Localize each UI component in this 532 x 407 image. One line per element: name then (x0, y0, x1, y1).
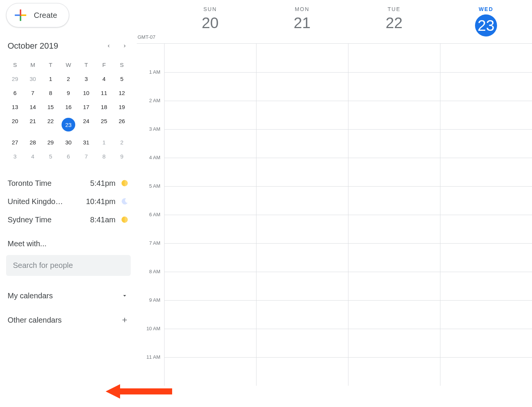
calendar-cell[interactable] (164, 272, 256, 300)
mini-day[interactable]: 4 (95, 72, 113, 86)
calendar-cell[interactable] (256, 215, 348, 243)
next-month-button[interactable] (120, 41, 129, 51)
calendar-cell[interactable] (440, 243, 532, 272)
calendar-cell[interactable] (440, 357, 532, 386)
mini-day[interactable]: 23 (60, 114, 78, 135)
mini-day[interactable]: 1 (95, 135, 113, 149)
calendar-cell[interactable] (348, 272, 440, 300)
calendar-cell[interactable] (164, 300, 256, 329)
calendar-cell[interactable] (256, 101, 348, 129)
calendar-cell[interactable] (440, 186, 532, 215)
calendar-cell[interactable] (164, 101, 256, 129)
calendar-cell[interactable] (256, 44, 348, 72)
mini-day[interactable]: 7 (24, 86, 42, 100)
calendar-cell[interactable] (348, 329, 440, 357)
calendar-cell[interactable] (440, 72, 532, 101)
calendar-cell[interactable] (348, 243, 440, 272)
hour-grid[interactable]: 1 AM2 AM3 AM4 AM5 AM6 AM7 AM8 AM9 AM10 A… (137, 44, 532, 386)
mini-day[interactable]: 25 (95, 114, 113, 135)
mini-day[interactable]: 7 (77, 149, 95, 163)
mini-day[interactable]: 29 (6, 72, 24, 86)
mini-day[interactable]: 8 (42, 86, 60, 100)
calendar-cell[interactable] (440, 44, 532, 72)
calendar-cell[interactable] (348, 44, 440, 72)
mini-day[interactable]: 24 (77, 114, 95, 135)
mini-day[interactable]: 12 (113, 86, 131, 100)
mini-day[interactable]: 17 (77, 100, 95, 114)
calendar-cell[interactable] (440, 272, 532, 300)
mini-day[interactable]: 8 (95, 149, 113, 163)
calendar-cell[interactable] (440, 329, 532, 357)
calendar-cell[interactable] (348, 158, 440, 186)
day-column-header[interactable]: WED23 (440, 0, 532, 43)
calendar-cell[interactable] (440, 129, 532, 158)
calendar-cell[interactable] (256, 186, 348, 215)
mini-day[interactable]: 27 (6, 135, 24, 149)
mini-day[interactable]: 3 (77, 72, 95, 86)
calendar-cell[interactable] (164, 329, 256, 357)
calendar-cell[interactable] (256, 243, 348, 272)
calendar-cell[interactable] (164, 243, 256, 272)
day-column-header[interactable]: TUE22 (348, 0, 440, 43)
mini-day[interactable]: 29 (42, 135, 60, 149)
mini-day[interactable]: 9 (113, 149, 131, 163)
mini-day[interactable]: 4 (24, 149, 42, 163)
mini-day[interactable]: 2 (60, 72, 78, 86)
mini-day[interactable]: 3 (6, 149, 24, 163)
search-people-input[interactable]: Search for people (6, 255, 131, 276)
calendar-cell[interactable] (164, 158, 256, 186)
create-button[interactable]: Create (6, 3, 69, 27)
calendar-cell[interactable] (164, 186, 256, 215)
mini-day[interactable]: 22 (42, 114, 60, 135)
mini-day[interactable]: 18 (95, 100, 113, 114)
mini-day[interactable]: 13 (6, 100, 24, 114)
world-clock-row[interactable]: United Kingdo…10:41pm (8, 192, 129, 211)
mini-day[interactable]: 26 (113, 114, 131, 135)
calendar-cell[interactable] (348, 357, 440, 386)
calendar-cell[interactable] (164, 44, 256, 72)
mini-day[interactable]: 6 (6, 86, 24, 100)
world-clock-row[interactable]: Toronto Time5:41pm (8, 174, 129, 192)
day-column-header[interactable]: SUN20 (164, 0, 256, 43)
calendar-cell[interactable] (256, 300, 348, 329)
calendar-cell[interactable] (164, 357, 256, 386)
mini-day[interactable]: 28 (24, 135, 42, 149)
other-calendars-section[interactable]: Other calendars (6, 315, 131, 325)
mini-day[interactable]: 11 (95, 86, 113, 100)
calendar-cell[interactable] (440, 101, 532, 129)
calendar-cell[interactable] (440, 158, 532, 186)
calendar-cell[interactable] (256, 158, 348, 186)
calendar-cell[interactable] (348, 101, 440, 129)
calendar-cell[interactable] (256, 72, 348, 101)
calendar-cell[interactable] (256, 329, 348, 357)
calendar-cell[interactable] (440, 215, 532, 243)
calendar-cell[interactable] (164, 129, 256, 158)
day-column-header[interactable]: MON21 (256, 0, 348, 43)
mini-day[interactable]: 5 (113, 72, 131, 86)
calendar-cell[interactable] (164, 72, 256, 101)
world-clock-row[interactable]: Sydney Time8:41am (8, 211, 129, 229)
mini-day[interactable]: 16 (60, 100, 78, 114)
calendar-cell[interactable] (348, 129, 440, 158)
calendar-cell[interactable] (256, 272, 348, 300)
add-other-calendar-button[interactable] (120, 315, 129, 325)
calendar-cell[interactable] (348, 186, 440, 215)
mini-day[interactable]: 31 (77, 135, 95, 149)
calendar-cell[interactable] (348, 72, 440, 101)
mini-day[interactable]: 30 (60, 135, 78, 149)
mini-day[interactable]: 21 (24, 114, 42, 135)
calendar-cell[interactable] (164, 215, 256, 243)
mini-day[interactable]: 14 (24, 100, 42, 114)
mini-day[interactable]: 19 (113, 100, 131, 114)
mini-day[interactable]: 30 (24, 72, 42, 86)
calendar-cell[interactable] (256, 357, 348, 386)
calendar-cell[interactable] (440, 300, 532, 329)
my-calendars-section[interactable]: My calendars (6, 291, 131, 300)
prev-month-button[interactable] (104, 41, 113, 51)
mini-day[interactable]: 9 (60, 86, 78, 100)
mini-day[interactable]: 15 (42, 100, 60, 114)
mini-day[interactable]: 5 (42, 149, 60, 163)
mini-day[interactable]: 6 (60, 149, 78, 163)
mini-day[interactable]: 20 (6, 114, 24, 135)
mini-day[interactable]: 2 (113, 135, 131, 149)
